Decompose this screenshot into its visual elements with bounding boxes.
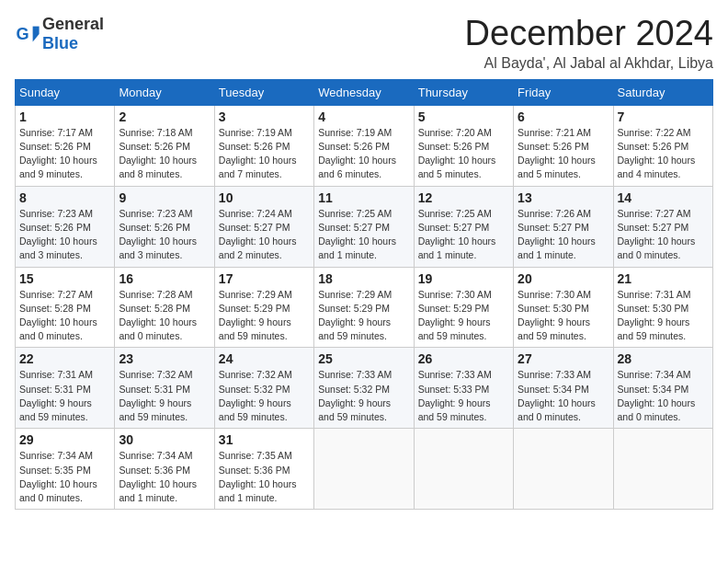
day-header-sunday: Sunday [16, 79, 115, 105]
day-info: Sunrise: 7:28 AM Sunset: 5:28 PM Dayligh… [119, 288, 210, 344]
day-number: 23 [119, 351, 210, 366]
day-info: Sunrise: 7:33 AM Sunset: 5:34 PM Dayligh… [518, 368, 609, 424]
day-number: 16 [119, 271, 210, 286]
week-row-3: 15Sunrise: 7:27 AM Sunset: 5:28 PM Dayli… [16, 267, 713, 348]
day-number: 8 [19, 190, 110, 205]
table-row: 29Sunrise: 7:34 AM Sunset: 5:35 PM Dayli… [16, 429, 115, 510]
day-number: 27 [518, 351, 609, 366]
table-row: 13Sunrise: 7:26 AM Sunset: 5:27 PM Dayli… [514, 186, 613, 267]
day-info: Sunrise: 7:23 AM Sunset: 5:26 PM Dayligh… [19, 207, 110, 263]
day-number: 19 [418, 271, 509, 286]
table-row: 3Sunrise: 7:19 AM Sunset: 5:26 PM Daylig… [214, 105, 313, 186]
day-info: Sunrise: 7:34 AM Sunset: 5:35 PM Dayligh… [19, 449, 110, 505]
day-number: 1 [19, 109, 110, 124]
day-number: 29 [19, 432, 110, 447]
table-row: 30Sunrise: 7:34 AM Sunset: 5:36 PM Dayli… [115, 429, 214, 510]
day-info: Sunrise: 7:20 AM Sunset: 5:26 PM Dayligh… [418, 126, 509, 182]
table-row: 5Sunrise: 7:20 AM Sunset: 5:26 PM Daylig… [414, 105, 513, 186]
svg-marker-2 [33, 34, 40, 41]
day-header-tuesday: Tuesday [214, 79, 313, 105]
day-number: 9 [119, 190, 210, 205]
table-row: 11Sunrise: 7:25 AM Sunset: 5:27 PM Dayli… [314, 186, 414, 267]
table-row: 17Sunrise: 7:29 AM Sunset: 5:29 PM Dayli… [214, 267, 313, 348]
day-info: Sunrise: 7:31 AM Sunset: 5:30 PM Dayligh… [618, 288, 709, 344]
table-row: 23Sunrise: 7:32 AM Sunset: 5:31 PM Dayli… [115, 348, 214, 429]
table-row [414, 429, 513, 510]
day-info: Sunrise: 7:27 AM Sunset: 5:27 PM Dayligh… [618, 207, 709, 263]
day-info: Sunrise: 7:31 AM Sunset: 5:31 PM Dayligh… [19, 368, 110, 424]
day-info: Sunrise: 7:19 AM Sunset: 5:26 PM Dayligh… [219, 126, 310, 182]
day-info: Sunrise: 7:18 AM Sunset: 5:26 PM Dayligh… [119, 126, 210, 182]
table-row: 6Sunrise: 7:21 AM Sunset: 5:26 PM Daylig… [514, 105, 613, 186]
day-info: Sunrise: 7:35 AM Sunset: 5:36 PM Dayligh… [219, 449, 310, 505]
svg-text:G: G [16, 25, 28, 43]
day-number: 18 [318, 271, 409, 286]
table-row: 12Sunrise: 7:25 AM Sunset: 5:27 PM Dayli… [414, 186, 513, 267]
day-number: 24 [219, 351, 310, 366]
day-header-saturday: Saturday [613, 79, 712, 105]
table-row: 8Sunrise: 7:23 AM Sunset: 5:26 PM Daylig… [16, 186, 115, 267]
table-row: 24Sunrise: 7:32 AM Sunset: 5:32 PM Dayli… [214, 348, 313, 429]
week-row-2: 8Sunrise: 7:23 AM Sunset: 5:26 PM Daylig… [16, 186, 713, 267]
table-row: 31Sunrise: 7:35 AM Sunset: 5:36 PM Dayli… [214, 429, 313, 510]
day-number: 6 [518, 109, 609, 124]
day-info: Sunrise: 7:19 AM Sunset: 5:26 PM Dayligh… [318, 126, 409, 182]
day-info: Sunrise: 7:30 AM Sunset: 5:30 PM Dayligh… [518, 288, 609, 344]
day-number: 15 [19, 271, 110, 286]
day-number: 26 [418, 351, 509, 366]
day-info: Sunrise: 7:30 AM Sunset: 5:29 PM Dayligh… [418, 288, 509, 344]
table-row: 27Sunrise: 7:33 AM Sunset: 5:34 PM Dayli… [514, 348, 613, 429]
logo-blue: Blue [42, 34, 78, 52]
day-info: Sunrise: 7:25 AM Sunset: 5:27 PM Dayligh… [418, 207, 509, 263]
day-info: Sunrise: 7:34 AM Sunset: 5:34 PM Dayligh… [618, 368, 709, 424]
table-row: 1Sunrise: 7:17 AM Sunset: 5:26 PM Daylig… [16, 105, 115, 186]
day-number: 28 [618, 351, 709, 366]
week-row-1: 1Sunrise: 7:17 AM Sunset: 5:26 PM Daylig… [16, 105, 713, 186]
day-info: Sunrise: 7:32 AM Sunset: 5:32 PM Dayligh… [219, 368, 310, 424]
day-info: Sunrise: 7:32 AM Sunset: 5:31 PM Dayligh… [119, 368, 210, 424]
day-number: 5 [418, 109, 509, 124]
table-row: 9Sunrise: 7:23 AM Sunset: 5:26 PM Daylig… [115, 186, 214, 267]
table-row: 4Sunrise: 7:19 AM Sunset: 5:26 PM Daylig… [314, 105, 414, 186]
day-of-week-row: SundayMondayTuesdayWednesdayThursdayFrid… [16, 79, 713, 105]
day-info: Sunrise: 7:29 AM Sunset: 5:29 PM Dayligh… [318, 288, 409, 344]
table-row: 16Sunrise: 7:28 AM Sunset: 5:28 PM Dayli… [115, 267, 214, 348]
day-number: 14 [618, 190, 709, 205]
table-row: 22Sunrise: 7:31 AM Sunset: 5:31 PM Dayli… [16, 348, 115, 429]
day-number: 2 [119, 109, 210, 124]
day-info: Sunrise: 7:26 AM Sunset: 5:27 PM Dayligh… [518, 207, 609, 263]
day-info: Sunrise: 7:33 AM Sunset: 5:33 PM Dayligh… [418, 368, 509, 424]
day-info: Sunrise: 7:29 AM Sunset: 5:29 PM Dayligh… [219, 288, 310, 344]
table-row [314, 429, 414, 510]
location-title: Al Bayda', Al Jabal al Akhdar, Libya [465, 55, 713, 72]
table-row: 18Sunrise: 7:29 AM Sunset: 5:29 PM Dayli… [314, 267, 414, 348]
day-info: Sunrise: 7:33 AM Sunset: 5:32 PM Dayligh… [318, 368, 409, 424]
day-number: 31 [219, 432, 310, 447]
table-row: 19Sunrise: 7:30 AM Sunset: 5:29 PM Dayli… [414, 267, 513, 348]
day-number: 13 [518, 190, 609, 205]
calendar-body: 1Sunrise: 7:17 AM Sunset: 5:26 PM Daylig… [16, 105, 713, 509]
day-info: Sunrise: 7:22 AM Sunset: 5:26 PM Dayligh… [618, 126, 709, 182]
day-number: 17 [219, 271, 310, 286]
logo: G General Blue [15, 15, 104, 53]
day-header-monday: Monday [115, 79, 214, 105]
logo-general: General [42, 15, 104, 33]
day-header-friday: Friday [514, 79, 613, 105]
table-row: 21Sunrise: 7:31 AM Sunset: 5:30 PM Dayli… [613, 267, 712, 348]
day-number: 7 [618, 109, 709, 124]
day-number: 22 [19, 351, 110, 366]
day-number: 11 [318, 190, 409, 205]
day-number: 20 [518, 271, 609, 286]
table-row [514, 429, 613, 510]
day-number: 4 [318, 109, 409, 124]
table-row: 15Sunrise: 7:27 AM Sunset: 5:28 PM Dayli… [16, 267, 115, 348]
logo-text: General Blue [42, 15, 104, 53]
table-row: 14Sunrise: 7:27 AM Sunset: 5:27 PM Dayli… [613, 186, 712, 267]
table-row [613, 429, 712, 510]
day-info: Sunrise: 7:24 AM Sunset: 5:27 PM Dayligh… [219, 207, 310, 263]
day-info: Sunrise: 7:25 AM Sunset: 5:27 PM Dayligh… [318, 207, 409, 263]
day-number: 21 [618, 271, 709, 286]
table-row: 28Sunrise: 7:34 AM Sunset: 5:34 PM Dayli… [613, 348, 712, 429]
day-info: Sunrise: 7:27 AM Sunset: 5:28 PM Dayligh… [19, 288, 110, 344]
day-number: 12 [418, 190, 509, 205]
